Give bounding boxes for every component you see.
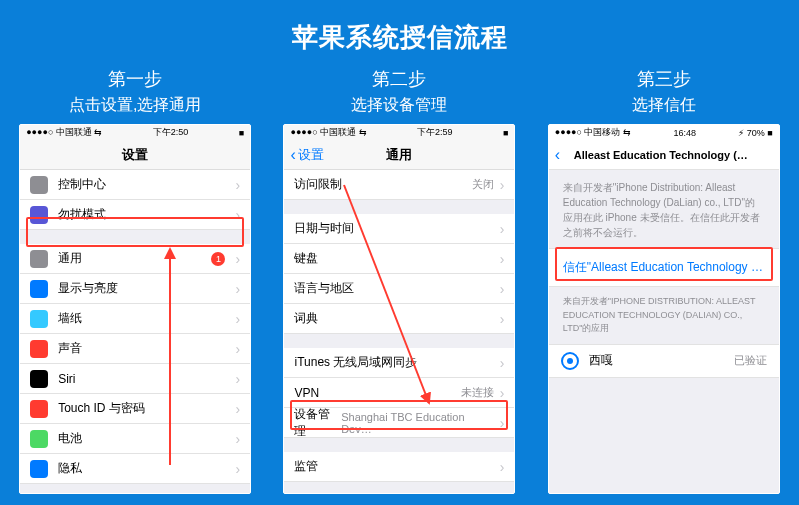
chevron-left-icon: ‹ <box>290 146 295 164</box>
nav-title: 通用 <box>386 146 412 164</box>
step-description: 选择信任 <box>632 95 696 116</box>
row-label: 语言与地区 <box>294 280 354 297</box>
status-bar: ●●●●○ 中国联通 ⇆ 下午2:59 ■ <box>284 125 514 140</box>
status-time: 下午2:50 <box>153 126 189 139</box>
settings-row[interactable]: 控制中心› <box>20 170 250 200</box>
battery-icon <box>30 430 48 448</box>
nav-bar: 设置 <box>20 140 250 170</box>
step-number: 第三步 <box>637 67 691 91</box>
row-label: 键盘 <box>294 250 318 267</box>
settings-row[interactable]: 键盘› <box>284 244 514 274</box>
step-col-1: 第一步 点击设置,选择通用 ●●●●○ 中国联通 ⇆ 下午2:50 ■ 设置 控… <box>19 67 251 494</box>
nav-bar: ‹ Alleast Education Technology (DaLia… <box>549 140 779 170</box>
settings-row[interactable]: iTunes 无线局域网同步› <box>284 348 514 378</box>
privacy-icon <box>30 460 48 478</box>
dnd-icon <box>30 206 48 224</box>
settings-row[interactable]: 墙纸› <box>20 304 250 334</box>
row-label: Siri <box>58 372 75 386</box>
settings-list: 控制中心›勿扰模式›通用1›显示与亮度›墙纸›声音›Siri›Touch ID … <box>20 170 250 493</box>
status-time: 下午2:59 <box>417 126 453 139</box>
status-battery: ■ <box>503 128 508 138</box>
phone-screenshot-1: ●●●●○ 中国联通 ⇆ 下午2:50 ■ 设置 控制中心›勿扰模式›通用1›显… <box>19 124 251 494</box>
settings-row[interactable]: 电池› <box>20 424 250 454</box>
chevron-left-icon: ‹ <box>555 146 560 164</box>
settings-row[interactable]: 监管› <box>284 452 514 482</box>
sounds-icon <box>30 340 48 358</box>
chevron-right-icon: › <box>494 415 505 431</box>
chevron-right-icon: › <box>229 461 240 477</box>
status-bar: ●●●●○ 中国联通 ⇆ 下午2:50 ■ <box>20 125 250 140</box>
status-carrier: ●●●●○ 中国移动 ⇆ <box>555 126 631 139</box>
chevron-right-icon: › <box>494 221 505 237</box>
row-value: 未连接 <box>461 385 494 400</box>
phone-screenshot-3: ●●●●○ 中国移动 ⇆ 16:48 ⚡︎ 70% ■ ‹ Alleast Ed… <box>548 124 780 494</box>
row-label: 声音 <box>58 340 82 357</box>
row-value: 关闭 <box>472 177 494 192</box>
chevron-right-icon: › <box>494 251 505 267</box>
settings-row[interactable]: 设备管理Shanghai TBC Education Dev…› <box>284 408 514 438</box>
phone-screenshot-2: ●●●●○ 中国联通 ⇆ 下午2:59 ■ ‹ 设置 通用 访问限制关闭›日期与… <box>283 124 515 494</box>
settings-row[interactable]: 声音› <box>20 334 250 364</box>
row-label: 访问限制 <box>294 176 342 193</box>
settings-row[interactable]: Siri› <box>20 364 250 394</box>
chevron-right-icon: › <box>229 401 240 417</box>
row-label: 监管 <box>294 458 318 475</box>
settings-row[interactable]: 词典› <box>284 304 514 334</box>
app-row[interactable]: 西嘎 已验证 <box>549 344 779 378</box>
trust-description: 来自开发者"iPhone Distribution: Alleast Educa… <box>549 170 779 248</box>
chevron-right-icon: › <box>494 459 505 475</box>
settings-row[interactable]: 日期与时间› <box>284 214 514 244</box>
chevron-right-icon: › <box>229 371 240 387</box>
step-col-2: 第二步 选择设备管理 ●●●●○ 中国联通 ⇆ 下午2:59 ■ ‹ 设置 通用… <box>283 67 515 494</box>
settings-row[interactable]: 通用1› <box>20 244 250 274</box>
row-label: 隐私 <box>58 460 82 477</box>
row-value: Shanghai TBC Education Dev… <box>341 411 494 435</box>
row-label: Touch ID 与密码 <box>58 400 145 417</box>
nav-back-label: 设置 <box>298 146 324 164</box>
chevron-right-icon: › <box>229 281 240 297</box>
steps-row: 第一步 点击设置,选择通用 ●●●●○ 中国联通 ⇆ 下午2:50 ■ 设置 控… <box>0 67 799 494</box>
nav-back-button[interactable]: ‹ <box>555 146 562 164</box>
row-label: VPN <box>294 386 319 400</box>
settings-row[interactable]: 显示与亮度› <box>20 274 250 304</box>
settings-row[interactable]: 访问限制关闭› <box>284 170 514 200</box>
status-time: 16:48 <box>673 128 696 138</box>
app-icon <box>561 352 579 370</box>
chevron-right-icon: › <box>494 281 505 297</box>
status-battery: ⚡︎ 70% ■ <box>738 128 772 138</box>
step-number: 第二步 <box>372 67 426 91</box>
nav-bar: ‹ 设置 通用 <box>284 140 514 170</box>
chevron-right-icon: › <box>229 341 240 357</box>
trust-button[interactable]: 信任"Alleast Education Technology (D… <box>549 248 779 287</box>
chevron-right-icon: › <box>494 355 505 371</box>
step-col-3: 第三步 选择信任 ●●●●○ 中国移动 ⇆ 16:48 ⚡︎ 70% ■ ‹ A… <box>548 67 780 494</box>
row-label: 墙纸 <box>58 310 82 327</box>
chevron-right-icon: › <box>229 431 240 447</box>
settings-row[interactable]: Touch ID 与密码› <box>20 394 250 424</box>
display-icon <box>30 280 48 298</box>
row-label: 设备管理 <box>294 406 341 440</box>
nav-title: Alleast Education Technology (DaLia… <box>574 149 754 161</box>
chevron-right-icon: › <box>229 207 240 223</box>
general-list: 访问限制关闭›日期与时间›键盘›语言与地区›词典›iTunes 无线局域网同步›… <box>284 170 514 493</box>
row-label: 词典 <box>294 310 318 327</box>
settings-row[interactable]: VPN未连接› <box>284 378 514 408</box>
settings-row[interactable]: 语言与地区› <box>284 274 514 304</box>
touchid-icon <box>30 400 48 418</box>
step-description: 点击设置,选择通用 <box>69 95 201 116</box>
wallpaper-icon <box>30 310 48 328</box>
row-label: 通用 <box>58 250 82 267</box>
step-number: 第一步 <box>108 67 162 91</box>
notification-badge: 1 <box>211 252 225 266</box>
settings-row[interactable]: 勿扰模式› <box>20 200 250 230</box>
chevron-right-icon: › <box>494 385 505 401</box>
status-bar: ●●●●○ 中国移动 ⇆ 16:48 ⚡︎ 70% ■ <box>549 125 779 140</box>
nav-back-button[interactable]: ‹ 设置 <box>290 146 323 164</box>
apps-section-header: 来自开发者"IPHONE DISTRIBUTION: ALLEAST EDUCA… <box>549 287 779 344</box>
row-label: 控制中心 <box>58 176 106 193</box>
app-name: 西嘎 <box>589 352 613 369</box>
settings-row[interactable]: 隐私› <box>20 454 250 484</box>
nav-title: 设置 <box>122 146 148 164</box>
step-description: 选择设备管理 <box>351 95 447 116</box>
trust-screen: 来自开发者"iPhone Distribution: Alleast Educa… <box>549 170 779 493</box>
